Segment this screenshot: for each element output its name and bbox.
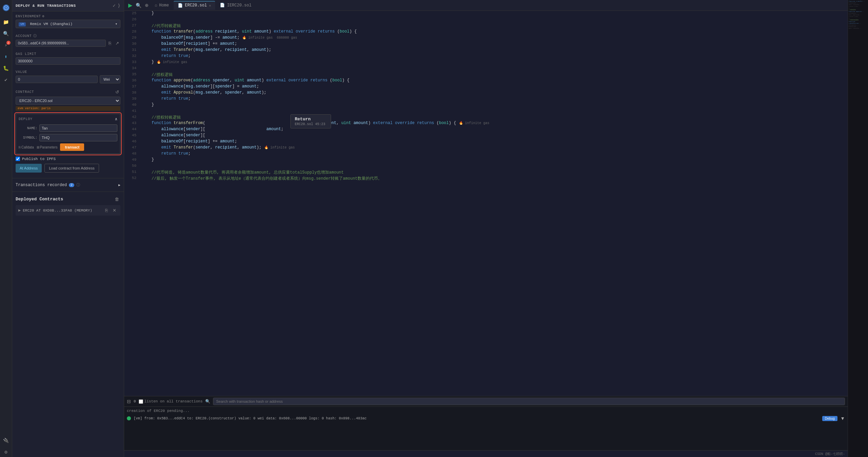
code-line-38: 38 emit Approval(msg.sender, spender, am… bbox=[124, 90, 848, 96]
calldata-btn[interactable]: ⎘ Calldata bbox=[19, 145, 34, 149]
code-line-31: 31 emit Transfer(msg.sender, recipient, … bbox=[124, 47, 848, 54]
transact-btn[interactable]: transact bbox=[60, 143, 84, 151]
calldata-icon: ⎘ bbox=[19, 145, 21, 149]
info-icon: ⚙ bbox=[42, 14, 45, 18]
code-line-49: 49 } bbox=[124, 157, 848, 163]
badge-count: 2 bbox=[6, 41, 11, 45]
transactions-row[interactable]: Transactions recorded 2 ⓘ ▶ bbox=[12, 180, 124, 190]
code-line-27: 27 //代币转账逻辑 bbox=[124, 23, 848, 29]
environment-select[interactable]: VM Remix VM (Shanghai) ▾ bbox=[16, 20, 120, 28]
params-icon: ⊞ bbox=[37, 145, 39, 149]
log-expand-btn[interactable]: ▼ bbox=[840, 416, 845, 421]
plugin-icon[interactable]: 🔌 bbox=[1, 435, 11, 445]
code-line-43: 43 function transferFrom( address recipi… bbox=[124, 121, 848, 127]
contract-item: ▶ ERC20 AT 0XD8B...33FA8 (MEMORY) ⎘ ✕ bbox=[16, 205, 120, 216]
file-icon-2: 📄 bbox=[220, 3, 225, 8]
code-line-46: 46 balanceOf[recipient] += amount; bbox=[124, 139, 848, 145]
copy-account-btn[interactable]: ⎘ bbox=[107, 40, 113, 46]
evm-badge: evm version: paris bbox=[16, 106, 120, 111]
search-code-btn[interactable]: 🔍 bbox=[134, 1, 143, 9]
logo-icon bbox=[1, 3, 11, 13]
test-icon[interactable]: ✔ bbox=[1, 75, 11, 85]
divider-2 bbox=[12, 192, 124, 192]
deploy-icon[interactable]: ⬆ bbox=[1, 52, 11, 62]
code-line-33: 33 }🔥 infinite gas bbox=[124, 60, 848, 66]
contract-label: CONTRACT ↺ bbox=[12, 86, 124, 97]
zoom-btn[interactable]: ⊕ bbox=[143, 1, 150, 9]
code-line-35: 35 //授权逻辑 bbox=[124, 72, 848, 78]
gas-section bbox=[12, 57, 124, 67]
source-control-icon[interactable]: ⚡ 2 bbox=[1, 40, 11, 50]
tab-close-1[interactable]: ✕ bbox=[209, 3, 211, 8]
run-btn[interactable]: ▶ bbox=[127, 1, 134, 10]
wei-unit-select[interactable]: Wei Gwei Ether bbox=[100, 75, 120, 83]
value-input[interactable] bbox=[16, 76, 98, 83]
publish-row: Publish to IPFS bbox=[12, 157, 124, 164]
symbol-input[interactable] bbox=[39, 134, 117, 141]
files-icon[interactable]: 📁 bbox=[1, 17, 11, 27]
divider-1 bbox=[12, 178, 124, 178]
contract-expand-icon[interactable]: ▶ bbox=[18, 208, 21, 213]
listen-label: listen on all transactions bbox=[144, 399, 203, 403]
symbol-label: SYMBOL: bbox=[19, 136, 37, 140]
fold-btn[interactable]: ⊟ bbox=[127, 399, 131, 404]
load-contract-btn[interactable]: Load contract from Address bbox=[44, 164, 99, 173]
search-icon[interactable]: 🔍 bbox=[1, 28, 11, 39]
at-address-btn[interactable]: At Address bbox=[16, 164, 42, 173]
environment-label: ENVIRONMENT ⚙ bbox=[12, 12, 124, 20]
code-line-30: 30 balanceOf[recipient] += amount; bbox=[124, 41, 848, 47]
sidebar-actions: ✓ ⟩ bbox=[113, 3, 120, 8]
code-line-34: 34 bbox=[124, 66, 848, 72]
tx-search-input[interactable] bbox=[213, 398, 845, 405]
sidebar: DEPLOY & RUN TRANSACTIONS ✓ ⟩ ENVIRONMEN… bbox=[12, 0, 124, 457]
tooltip-popup: Return ERC20.sol 45:23 bbox=[290, 114, 331, 128]
tx-zero-count: 0 bbox=[134, 399, 136, 403]
transactions-label: Transactions recorded bbox=[16, 183, 67, 187]
tx-left: Transactions recorded 2 ⓘ bbox=[16, 182, 80, 187]
account-row: ⎘ ↗ bbox=[12, 40, 124, 49]
gas-limit-input[interactable] bbox=[16, 57, 120, 65]
params-btn[interactable]: ⊞ Parameters bbox=[37, 145, 58, 149]
deploy-bottom: ⎘ Calldata ⊞ Parameters transact bbox=[19, 143, 117, 151]
check-icon[interactable]: ✓ bbox=[113, 3, 115, 8]
link-account-btn[interactable]: ↗ bbox=[114, 40, 120, 46]
settings-icon[interactable]: ⚙ bbox=[1, 447, 11, 457]
name-input[interactable] bbox=[39, 124, 117, 132]
contract-item-actions: ⎘ ✕ bbox=[104, 207, 118, 214]
vm-badge: VM bbox=[19, 22, 26, 26]
name-field-group: NAME: bbox=[19, 124, 117, 132]
debug-btn[interactable]: Debug bbox=[822, 416, 837, 421]
debug-icon[interactable]: 🐛 bbox=[1, 63, 11, 73]
contract-item-left: ▶ ERC20 AT 0XD8B...33FA8 (MEMORY) bbox=[18, 208, 92, 213]
tab-home[interactable]: ⌂ Home bbox=[151, 1, 173, 9]
success-dot bbox=[127, 416, 131, 420]
name-label: NAME: bbox=[19, 126, 37, 130]
refresh-contract-btn[interactable]: ↺ bbox=[114, 89, 120, 95]
publish-label: Publish to IPFS bbox=[22, 157, 56, 161]
code-line-39: 39 return true; bbox=[124, 96, 848, 102]
copy-contract-btn[interactable]: ⎘ bbox=[104, 207, 109, 214]
code-line-51: 51 //代币铸造, 铸造amount数量代币, 将调用者余额增加amount,… bbox=[124, 170, 848, 176]
bottom-logs: creation of ERC20 pending... [vm] from: … bbox=[124, 407, 848, 450]
listen-checkbox[interactable] bbox=[139, 399, 143, 404]
bottom-panel: ⊟ 0 listen on all transactions 🔍 creatio… bbox=[124, 396, 848, 450]
code-wrapper: 25 } 26 27 //代币转账逻辑 28 function transfer… bbox=[124, 11, 848, 396]
svg-point-2 bbox=[5, 7, 7, 8]
chevron-down-icon: ▾ bbox=[115, 22, 117, 26]
contract-item-name: ERC20 AT 0XD8B...33FA8 (MEMORY) bbox=[23, 208, 92, 213]
publish-checkbox[interactable] bbox=[16, 157, 20, 161]
status-bar: CSDN @船-七唠唠- bbox=[124, 450, 848, 457]
clear-deployed-btn[interactable]: 🗑 bbox=[113, 196, 120, 202]
account-input[interactable] bbox=[16, 40, 106, 47]
contract-select[interactable]: ERC20 - ERC20.sol bbox=[16, 97, 120, 105]
expand-icon[interactable]: ⟩ bbox=[118, 3, 120, 8]
code-area[interactable]: 25 } 26 27 //代币转账逻辑 28 function transfer… bbox=[124, 11, 848, 396]
collapse-deploy-icon[interactable]: ∧ bbox=[115, 117, 117, 122]
tab-ierc20[interactable]: 📄 IERC20.sol bbox=[216, 1, 255, 9]
account-label: ACCOUNT ⓘ bbox=[12, 31, 124, 40]
remove-contract-btn[interactable]: ✕ bbox=[111, 207, 118, 214]
tab-erc20[interactable]: 📄 ERC20.sol ✕ bbox=[174, 1, 215, 10]
code-line-48: 48 return true; bbox=[124, 151, 848, 157]
deploy-section: DEPLOY ∧ NAME: SYMBOL: ⎘ Calldata ⊞ Para… bbox=[16, 114, 120, 154]
tx-chevron-icon: ▶ bbox=[118, 183, 120, 187]
